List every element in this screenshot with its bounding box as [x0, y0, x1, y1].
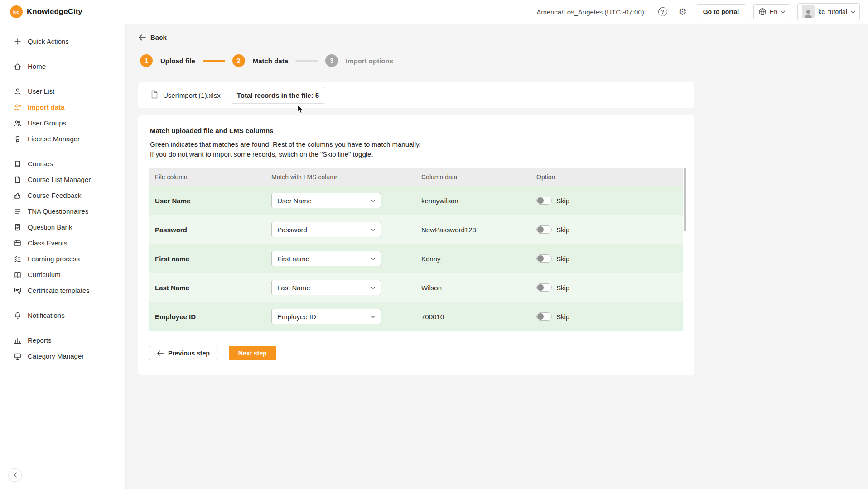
license-icon: [14, 135, 22, 143]
main-content: Back 1 Upload file 2 Match data 3 Import…: [126, 24, 868, 489]
select-value: First name: [277, 255, 309, 263]
file-column-value: Last Name: [149, 284, 265, 292]
language-selector[interactable]: En: [753, 4, 790, 19]
next-step-button[interactable]: Next step: [229, 346, 276, 360]
step-match-data[interactable]: 2 Match data: [232, 54, 288, 67]
chevron-down-icon: [371, 257, 376, 260]
sidebar-item-certificate-templates[interactable]: Certificate templates: [0, 283, 125, 298]
user-menu[interactable]: kc_tutorial: [797, 3, 860, 20]
skip-toggle[interactable]: [536, 283, 552, 292]
sidebar-item-course-feedback[interactable]: Course Feedback: [0, 187, 125, 203]
column-data-value: kennywilson: [415, 197, 530, 205]
file-column-value: Password: [149, 226, 265, 234]
sidebar-item-learning-process[interactable]: Learning process: [0, 251, 125, 267]
skip-label: Skip: [556, 284, 569, 292]
step-label: Import options: [346, 57, 393, 65]
step-upload-file[interactable]: 1 Upload file: [140, 54, 195, 67]
quick-actions-button[interactable]: Quick Actions: [0, 34, 125, 49]
thumbs-up-icon: [14, 192, 22, 200]
toggle-knob: [537, 255, 544, 262]
checklist-icon: [14, 255, 22, 263]
chevron-down-icon: [371, 286, 376, 289]
skip-toggle[interactable]: [536, 254, 552, 263]
table-scrollbar[interactable]: [684, 168, 686, 331]
sidebar-item-user-groups[interactable]: User Groups: [0, 115, 125, 131]
back-label: Back: [150, 34, 167, 41]
avatar: [802, 5, 815, 18]
timezone-label: America/Los_Angeles (UTC:-07:00): [536, 8, 644, 16]
sidebar-item-license-manager[interactable]: License Manager: [0, 131, 125, 147]
lms-column-select[interactable]: User Name: [271, 193, 381, 208]
sidebar-item-tna-questionnaires[interactable]: TNA Questionnaires: [0, 203, 125, 219]
column-data-value: 700010: [415, 313, 530, 321]
step-label: Upload file: [160, 57, 195, 65]
chevron-down-icon: [851, 10, 855, 14]
sidebar-item-class-events[interactable]: Class Events: [0, 235, 125, 251]
help-icon: ?: [658, 7, 667, 16]
table-header-row: File column Match with LMS column Column…: [149, 168, 683, 186]
lms-column-select[interactable]: Last Name: [271, 280, 381, 295]
table-row: User Name User Name kennywilson Skip: [149, 186, 683, 215]
sidebar: Quick Actions Home User List Import data…: [0, 24, 126, 489]
chevron-down-icon: [371, 199, 376, 202]
brand[interactable]: kc KnowledgeCity: [10, 5, 82, 18]
file-column-value: First name: [149, 255, 265, 263]
sidebar-item-courses[interactable]: Courses: [0, 156, 125, 172]
total-records-badge: Total records in the file: 5: [231, 87, 325, 104]
sidebar-item-category-manager[interactable]: Category Manager: [0, 348, 125, 364]
chevron-down-icon: [781, 10, 785, 14]
globe-icon: [758, 8, 767, 16]
skip-toggle[interactable]: [536, 197, 552, 205]
settings-button[interactable]: ⚙: [676, 5, 690, 19]
step-number: 2: [232, 54, 245, 67]
book-icon: [14, 160, 22, 168]
sidebar-item-import-data[interactable]: Import data: [0, 99, 125, 115]
lms-column-select[interactable]: Password: [271, 222, 381, 237]
help-button[interactable]: ?: [656, 5, 670, 19]
go-to-portal-button[interactable]: Go to portal: [696, 4, 746, 19]
sidebar-item-course-list-manager[interactable]: Course List Manager: [0, 172, 125, 187]
lms-column-select[interactable]: Employee ID: [271, 309, 381, 324]
previous-step-button[interactable]: Previous step: [149, 346, 217, 360]
sidebar-item-notifications[interactable]: Notifications: [0, 307, 125, 323]
toggle-knob: [537, 313, 544, 320]
quick-actions-label: Quick Actions: [28, 38, 69, 45]
table-row: Password Password NewPassword123! Skip: [149, 215, 683, 244]
sidebar-item-reports[interactable]: Reports: [0, 332, 125, 348]
file-icon: [151, 90, 158, 101]
document-icon: [14, 176, 22, 184]
sidebar-collapse-button[interactable]: [8, 468, 22, 482]
sidebar-item-curriculum[interactable]: Curriculum: [0, 267, 125, 283]
top-header: kc KnowledgeCity America/Los_Angeles (UT…: [0, 0, 868, 24]
sidebar-item-question-bank[interactable]: Question Bank: [0, 219, 125, 235]
user-icon: [14, 87, 22, 96]
brand-name: KnowledgeCity: [27, 7, 82, 16]
match-table: File column Match with LMS column Column…: [149, 168, 683, 331]
skip-label: Skip: [556, 226, 569, 234]
toggle-knob: [537, 197, 544, 204]
lms-column-select[interactable]: First name: [271, 251, 381, 266]
match-card-description-1: Green indicates that matches are found. …: [150, 139, 683, 149]
sidebar-item-user-list[interactable]: User List: [0, 83, 125, 99]
scrollbar-thumb[interactable]: [684, 168, 686, 231]
file-column-value: Employee ID: [149, 313, 265, 321]
arrow-left-icon: [138, 34, 146, 41]
skip-toggle[interactable]: [536, 225, 552, 234]
file-column-value: User Name: [149, 197, 265, 205]
column-data-value: NewPassword123!: [415, 226, 530, 234]
skip-label: Skip: [556, 255, 569, 263]
sidebar-item-home[interactable]: Home: [0, 58, 125, 74]
chevron-down-icon: [371, 315, 376, 318]
select-value: Password: [277, 226, 307, 234]
toggle-knob: [537, 226, 544, 233]
bell-icon: [14, 312, 22, 320]
table-row: Employee ID Employee ID 700010 Skip: [149, 302, 683, 331]
calendar-icon: [14, 239, 22, 247]
skip-toggle[interactable]: [536, 312, 552, 321]
plus-icon: [14, 38, 22, 46]
step-import-options[interactable]: 3 Import options: [325, 54, 393, 67]
back-button[interactable]: Back: [138, 34, 170, 41]
column-header-option: Option: [530, 173, 683, 181]
username-label: kc_tutorial: [818, 8, 847, 15]
users-group-icon: [14, 119, 22, 127]
